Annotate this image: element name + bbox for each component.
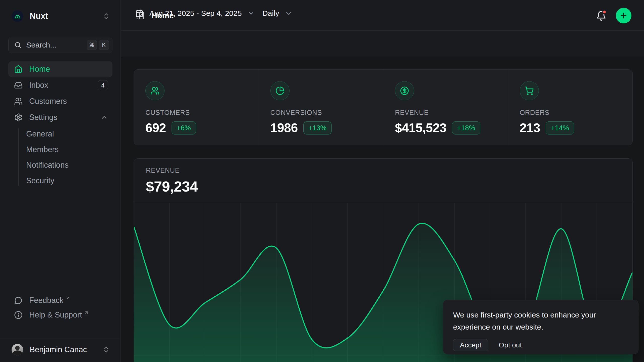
stat-revenue: REVENUE $415,523 +18% <box>383 70 508 145</box>
add-button[interactable] <box>616 8 631 23</box>
subnav-guide-line <box>18 128 19 186</box>
settings-subnav: General Members Notifications Security <box>8 126 112 189</box>
footer-link-label: Feedback <box>29 296 63 305</box>
chevrons-up-down-icon <box>102 346 110 353</box>
stat-conversions: CONVERSIONS 1986 +13% <box>259 70 383 145</box>
opt-out-button[interactable]: Opt out <box>499 341 522 349</box>
workspace-switcher[interactable]: Nuxt <box>8 8 112 24</box>
stat-value: 1986 <box>270 121 298 135</box>
workspace-name: Nuxt <box>30 11 48 21</box>
cookie-actions: Accept Opt out <box>453 339 628 351</box>
avatar <box>12 344 23 355</box>
sidebar-nav: Home Inbox 4 Customers Settings <box>8 61 112 189</box>
sidebar-item-members[interactable]: Members <box>26 142 112 157</box>
date-range-picker[interactable]: Aug 21, 2025 - Sep 4, 2025 <box>135 7 255 20</box>
accept-button[interactable]: Accept <box>453 339 488 351</box>
search-icon <box>14 41 22 49</box>
sidebar-item-general[interactable]: General <box>26 126 112 142</box>
app-window: Nuxt ⌘ K Home Inbo <box>0 0 644 362</box>
sidebar-item-inbox[interactable]: Inbox 4 <box>8 77 112 93</box>
sidebar-item-notifications[interactable]: Notifications <box>26 157 112 173</box>
footer-link-label: Help & Support <box>29 310 82 320</box>
user-name: Benjamin Canac <box>30 345 87 354</box>
period-select[interactable]: Daily <box>262 7 292 20</box>
sidebar-item-label: Home <box>29 65 50 74</box>
stat-label: CONVERSIONS <box>270 109 383 117</box>
sidebar-item-label: Notifications <box>26 161 69 170</box>
users-icon <box>14 97 23 106</box>
notifications-button[interactable] <box>594 9 608 23</box>
user-menu[interactable]: Benjamin Canac <box>8 341 112 358</box>
kbd-k: K <box>99 40 109 50</box>
stats-cards: CUSTOMERS 692 +6% CONVERSIONS 1986 +13% … <box>134 69 633 145</box>
chevrons-up-down-icon <box>102 12 110 20</box>
search-input-wrapper: ⌘ K <box>8 37 112 53</box>
stat-value: $415,523 <box>395 121 447 135</box>
stat-value: 213 <box>520 121 540 135</box>
stat-label: ORDERS <box>520 109 633 117</box>
sidebar-item-label: General <box>26 129 54 139</box>
sidebar-item-label: Settings <box>29 113 57 122</box>
home-icon <box>14 65 23 73</box>
sidebar-item-label: Customers <box>29 97 67 106</box>
chat-bubble-icon <box>14 296 23 305</box>
external-link-icon <box>84 310 89 315</box>
sidebar-item-label: Security <box>26 176 54 185</box>
sidebar: Nuxt ⌘ K Home Inbo <box>0 0 121 362</box>
gear-icon <box>14 113 23 122</box>
dollar-circle-icon <box>395 81 414 100</box>
external-link-icon <box>65 296 70 301</box>
stat-delta-badge: +18% <box>452 121 480 134</box>
sidebar-item-customers[interactable]: Customers <box>8 94 112 109</box>
unread-indicator-dot <box>602 10 607 14</box>
sidebar-item-security[interactable]: Security <box>26 173 112 189</box>
sidebar-item-label: Inbox <box>29 81 48 90</box>
stat-delta-badge: +13% <box>303 121 332 134</box>
revenue-chart-header: REVENUE $79,234 <box>134 159 632 195</box>
date-range-label: Aug 21, 2025 - Sep 4, 2025 <box>149 9 242 18</box>
help-support-link[interactable]: Help & Support <box>8 308 112 322</box>
inbox-icon <box>14 81 23 89</box>
nuxt-logo-icon <box>12 10 23 22</box>
chevron-down-icon <box>247 10 255 17</box>
stat-label: CUSTOMERS <box>145 109 259 117</box>
feedback-link[interactable]: Feedback <box>8 293 112 308</box>
sidebar-item-settings[interactable]: Settings <box>8 110 112 125</box>
cookie-banner: We use first-party cookies to enhance yo… <box>443 300 638 354</box>
stat-orders: ORDERS 213 +14% <box>508 70 633 145</box>
users-icon <box>145 81 165 100</box>
shopping-cart-icon <box>520 81 539 100</box>
cookie-message: We use first-party cookies to enhance yo… <box>453 309 619 333</box>
revenue-value: $79,234 <box>146 178 632 195</box>
stat-value: 692 <box>145 121 166 135</box>
sidebar-item-label: Members <box>26 145 59 154</box>
stat-delta-badge: +14% <box>546 121 574 134</box>
stat-label: REVENUE <box>395 109 508 117</box>
sidebar-item-home[interactable]: Home <box>8 61 112 77</box>
filters-toolbar <box>121 31 644 57</box>
revenue-label: REVENUE <box>146 167 632 174</box>
stat-delta-badge: +6% <box>172 121 196 134</box>
chevron-down-icon <box>285 10 292 17</box>
sidebar-footer-links: Feedback Help & Support <box>8 293 112 322</box>
pie-chart-icon <box>270 81 290 100</box>
calendar-icon <box>135 9 143 17</box>
kbd-cmd: ⌘ <box>87 40 97 50</box>
info-circle-icon <box>14 311 23 319</box>
inbox-count-badge: 4 <box>98 80 108 90</box>
chevron-up-icon <box>100 114 108 121</box>
stat-customers: CUSTOMERS 692 +6% <box>134 70 259 145</box>
search-input[interactable] <box>26 41 85 49</box>
period-label: Daily <box>262 9 279 18</box>
sidebar-divider <box>0 339 120 339</box>
